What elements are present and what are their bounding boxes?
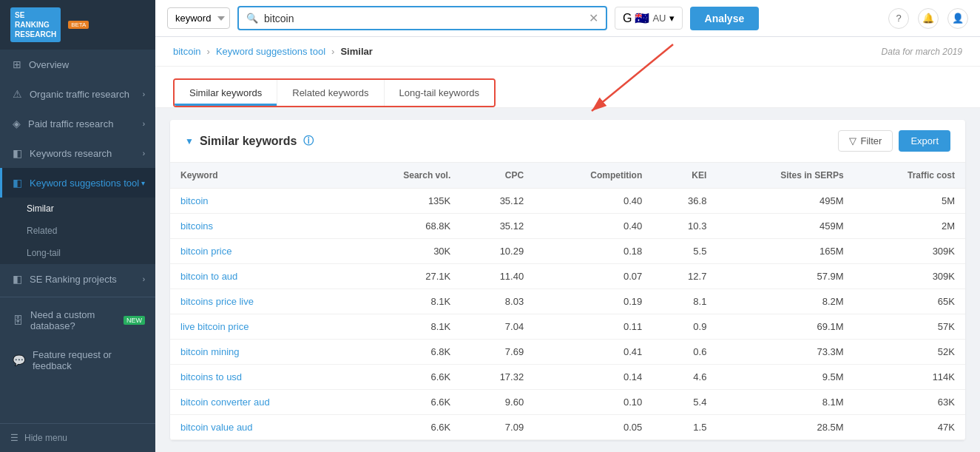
cell-search-vol: 6.6K	[350, 365, 461, 390]
tab-longtail[interactable]: Long-tail keywords	[385, 80, 494, 106]
cell-search-vol: 8.1K	[350, 289, 461, 314]
cell-traffic-cost: 309K	[854, 264, 965, 289]
keywords-icon: ◧	[13, 147, 22, 159]
cell-search-vol: 6.8K	[350, 340, 461, 365]
cell-traffic-cost: 52K	[854, 340, 965, 365]
col-traffic-cost: Traffic cost	[854, 163, 965, 189]
sidebar-item-label: SE Ranking projects	[30, 274, 117, 285]
sidebar-nav: ⊞ Overview ⚠ Organic traffic research › …	[0, 50, 155, 423]
longtail-label: Long-tail	[27, 248, 61, 258]
sidebar-item-feedback[interactable]: 💬 Feature request or feedback	[0, 340, 155, 380]
keyword-link[interactable]: bitcoin value aud	[180, 422, 253, 433]
cell-sites-serp: 57.9M	[717, 264, 854, 289]
search-input[interactable]: bitcoin	[264, 13, 589, 24]
hide-menu-label: Hide menu	[24, 433, 67, 443]
sidebar-item-keywords[interactable]: ◧ Keywords research ›	[0, 138, 155, 168]
keyword-link[interactable]: bitcoin to aud	[180, 271, 237, 282]
sidebar-item-suggestions[interactable]: ◧ Keyword suggestions tool ▾	[0, 168, 155, 198]
sidebar: SERANKINGRESEARCH BETA ⊞ Overview ⚠ Orga…	[0, 0, 155, 452]
cell-sites-serp: 69.1M	[717, 314, 854, 340]
content-area: bitcoin › Keyword suggestions tool › Sim…	[155, 37, 980, 452]
export-button[interactable]: Export	[899, 130, 950, 152]
keyword-type-select[interactable]: keyword	[167, 7, 230, 29]
user-icon[interactable]: 👤	[947, 8, 968, 29]
notifications-icon[interactable]: 🔔	[918, 8, 939, 29]
keyword-link[interactable]: bitcoins to usd	[180, 371, 242, 382]
sidebar-item-organic[interactable]: ⚠ Organic traffic research ›	[0, 79, 155, 109]
cell-search-vol: 8.1K	[350, 314, 461, 340]
cell-competition: 0.07	[534, 264, 652, 289]
tabs-box: Similar keywords Related keywords Long-t…	[173, 78, 496, 107]
cell-kei: 5.4	[652, 390, 717, 415]
dropdown-arrow-icon: ▾	[141, 179, 145, 187]
related-label: Related	[27, 226, 57, 236]
overview-icon: ⊞	[13, 58, 21, 70]
sidebar-sub-related[interactable]: Related	[0, 220, 155, 242]
arrow-icon: ›	[143, 149, 145, 158]
col-keyword: Keyword	[170, 163, 350, 189]
cell-cpc: 35.12	[461, 214, 534, 239]
cell-cpc: 7.69	[461, 340, 534, 365]
sidebar-item-overview[interactable]: ⊞ Overview	[0, 50, 155, 79]
table-row: bitcoins to usd6.6K17.320.144.69.5M114K	[170, 365, 965, 390]
flag-icon: 🇦🇺	[635, 11, 649, 25]
sidebar-item-paid[interactable]: ◈ Paid traffic research ›	[0, 109, 155, 138]
filter-icon: ▽	[849, 135, 856, 146]
keyword-link[interactable]: bitcoin price	[180, 246, 232, 257]
tab-related[interactable]: Related keywords	[277, 80, 384, 106]
cell-competition: 0.41	[534, 340, 652, 365]
cell-keyword: bitcoins price live	[170, 289, 350, 314]
keyword-link[interactable]: bitcoin	[180, 195, 209, 206]
table-section: ▼ Similar keywords ⓘ ▽ Filter Export Key…	[170, 120, 965, 440]
breadcrumb-bitcoin[interactable]: bitcoin	[173, 46, 201, 57]
cell-search-vol: 68.8K	[350, 214, 461, 239]
breadcrumb-tool[interactable]: Keyword suggestions tool	[216, 46, 325, 57]
table-title-text: Similar keywords	[200, 135, 297, 148]
topbar: keyword 🔍 bitcoin ✕ G 🇦🇺 AU ▾ Analyse ? …	[155, 0, 980, 37]
feedback-label: Feature request or feedback	[33, 349, 145, 371]
cell-kei: 12.7	[652, 264, 717, 289]
cell-search-vol: 30K	[350, 239, 461, 264]
divider	[0, 297, 155, 297]
tab-similar[interactable]: Similar keywords	[175, 80, 277, 106]
engine-selector[interactable]: G 🇦🇺 AU ▾	[615, 7, 683, 30]
col-kei: KEI	[652, 163, 717, 189]
col-sites-serp: Sites in SERPs	[717, 163, 854, 189]
dropdown-icon: ▾	[669, 13, 675, 24]
keyword-link[interactable]: bitcoins price live	[180, 296, 254, 307]
breadcrumb-sep1: ›	[207, 46, 210, 57]
sidebar-sub-longtail[interactable]: Long-tail	[0, 242, 155, 264]
sidebar-item-label: Paid traffic research	[28, 118, 113, 129]
sidebar-item-custom-db[interactable]: 🗄 Need a custom database? NEW	[0, 300, 155, 340]
sidebar-sub-similar[interactable]: Similar	[0, 198, 155, 220]
sidebar-item-label: Keywords research	[30, 148, 112, 159]
sidebar-item-projects[interactable]: ◧ SE Ranking projects ›	[0, 264, 155, 294]
keyword-link[interactable]: bitcoins	[180, 220, 213, 232]
breadcrumb-sep2: ›	[331, 46, 334, 57]
new-badge: NEW	[124, 316, 145, 325]
filter-button[interactable]: ▽ Filter	[838, 130, 893, 152]
info-icon[interactable]: ⓘ	[303, 135, 314, 148]
table-row: live bitcoin price8.1K7.040.110.969.1M57…	[170, 314, 965, 340]
table-title: ▼ Similar keywords ⓘ	[185, 135, 314, 148]
cell-kei: 0.9	[652, 314, 717, 340]
keyword-link[interactable]: bitcoin converter aud	[180, 397, 270, 408]
col-competition: Competition	[534, 163, 652, 189]
cell-sites-serp: 73.3M	[717, 340, 854, 365]
cell-sites-serp: 459M	[717, 214, 854, 239]
cell-traffic-cost: 2M	[854, 214, 965, 239]
cell-search-vol: 6.6K	[350, 415, 461, 440]
keyword-link[interactable]: live bitcoin price	[180, 321, 249, 332]
analyse-button[interactable]: Analyse	[690, 7, 760, 30]
cell-sites-serp: 495M	[717, 189, 854, 214]
hide-menu-button[interactable]: ☰ Hide menu	[0, 424, 155, 452]
hamburger-icon: ☰	[10, 433, 18, 443]
cell-sites-serp: 8.1M	[717, 390, 854, 415]
keyword-link[interactable]: bitcoin mining	[180, 346, 240, 357]
feedback-icon: 💬	[13, 354, 25, 366]
help-icon[interactable]: ?	[888, 8, 909, 29]
search-icon: 🔍	[246, 13, 258, 24]
data-note: Data for march 2019	[882, 47, 962, 57]
clear-button[interactable]: ✕	[589, 11, 598, 25]
cell-kei: 0.6	[652, 340, 717, 365]
